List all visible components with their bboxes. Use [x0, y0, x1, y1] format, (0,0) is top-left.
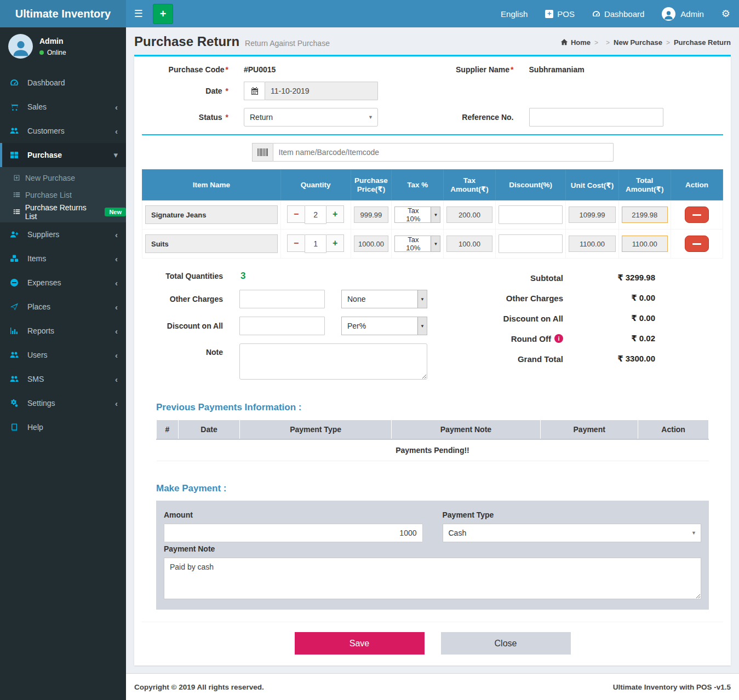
submenu-item-purchase-returns-list[interactable]: Purchase Returns List New [0, 203, 126, 220]
user-menu[interactable]: Admin [653, 0, 713, 27]
status-label: Status * [147, 113, 235, 122]
quick-add-button[interactable]: + [153, 4, 173, 24]
payment-note-textarea[interactable]: Paid by cash [164, 558, 701, 599]
chevron-left-icon: ‹ [115, 127, 118, 136]
discount-input[interactable] [499, 205, 563, 224]
other-charges-input[interactable] [239, 290, 325, 308]
sidebar-item-places[interactable]: Places ‹ [0, 295, 126, 319]
submenu-item-purchase-list[interactable]: Purchase List [0, 186, 126, 203]
tax-select[interactable]: Tax 10% ▼ [394, 236, 440, 252]
purchase-return-panel: Purchase Code* #PU0015 Supplier Name* Su… [134, 55, 731, 665]
other-charges-label: Other Charges [148, 295, 231, 303]
breadcrumb-home[interactable]: Home [571, 38, 591, 47]
supplier-name-label: Supplier Name* [433, 65, 520, 74]
other-charges-type-select[interactable]: None ▼ [341, 290, 427, 308]
sidebar-user-status: Online [39, 49, 66, 56]
gears-icon: ⚙ [721, 8, 730, 19]
save-button[interactable]: Save [295, 632, 425, 655]
col-payment-note: Payment Note [391, 420, 540, 440]
bar-chart-icon [10, 326, 24, 335]
col-purchase-price: Purchase Price(₹) [351, 170, 392, 200]
plus-square-icon: + [545, 10, 553, 18]
sidebar-item-purchase[interactable]: Purchase ▾ [0, 143, 126, 167]
app-logo[interactable]: Ultimate Inventory [0, 0, 126, 27]
qty-increment-button[interactable]: + [326, 205, 344, 223]
version-text: Ultimate Inventory with POS -v1.5 [613, 683, 731, 691]
sidebar-item-suppliers[interactable]: Suppliers ‹ [0, 222, 126, 246]
sidebar-item-reports[interactable]: Reports ‹ [0, 319, 126, 343]
round-off-info-icon[interactable]: i [554, 334, 563, 343]
dashboard-link[interactable]: Dashboard [583, 0, 653, 27]
pos-link[interactable]: + POS [536, 0, 583, 27]
total-amount-value: 2199.98 [622, 206, 668, 223]
qty-input[interactable] [305, 234, 326, 253]
sidebar-item-settings[interactable]: Settings ‹ [0, 391, 126, 415]
submenu-item-new-purchase[interactable]: New Purchase [0, 169, 126, 186]
chevron-left-icon: ‹ [115, 278, 118, 288]
qty-input[interactable] [305, 205, 326, 224]
sidebar-item-items[interactable]: Items ‹ [0, 246, 126, 271]
person-icon [10, 38, 31, 59]
subtotal-value: ₹ 3299.98 [563, 273, 655, 283]
settings-gears-button[interactable]: ⚙ [713, 8, 739, 20]
previous-payments-heading: Previous Payments Information : [156, 402, 709, 413]
chevron-left-icon: ‹ [115, 326, 118, 336]
list-icon [13, 191, 25, 198]
chevron-left-icon: ‹ [115, 399, 118, 408]
status-select[interactable]: Return ▼ [244, 108, 378, 127]
sidebar-item-users[interactable]: Users ‹ [0, 343, 126, 367]
col-discount: Discount(%) [495, 170, 566, 200]
col-action: Action [671, 170, 723, 200]
item-name-value: Suits [145, 234, 278, 253]
close-button[interactable]: Close [441, 632, 571, 655]
remove-item-button[interactable] [685, 236, 709, 252]
select-arrow-icon: ▼ [368, 114, 373, 120]
totals-right-section: Subtotal ₹ 3299.98 Other Charges ₹ 0.00 … [449, 271, 655, 388]
book-icon [10, 423, 24, 432]
col-quantity: Quantity [280, 170, 351, 200]
chevron-left-icon: ‹ [115, 254, 118, 263]
select-arrow-icon: ▼ [417, 290, 427, 308]
plus-icon: + [160, 8, 167, 20]
remove-item-button[interactable] [685, 206, 709, 223]
sidebar-item-help[interactable]: Help [0, 415, 126, 439]
col-total-amount: Total Amount(₹) [618, 170, 671, 200]
breadcrumb-new-purchase[interactable]: New Purchase [602, 38, 662, 47]
top-navbar: ☰ + English + POS Dashboard Admin [126, 0, 739, 27]
page-footer: Copyright © 2019 All rights reserved. Ul… [126, 673, 739, 700]
note-textarea[interactable] [239, 343, 427, 380]
amount-input[interactable] [164, 524, 423, 542]
sidebar-item-customers[interactable]: Customers ‹ [0, 119, 126, 143]
items-table-header-row: Item Name Quantity Purchase Price(₹) Tax… [142, 170, 723, 200]
tax-select[interactable]: Tax 10% ▼ [394, 206, 440, 223]
col-payment: Payment [541, 420, 638, 440]
gauge-icon [592, 10, 600, 18]
qty-decrement-button[interactable]: − [287, 205, 305, 223]
col-action: Action [638, 420, 709, 440]
sidebar-item-sales[interactable]: Sales ‹ [0, 95, 126, 119]
breadcrumb: Home New Purchase Purchase Return [560, 38, 731, 47]
payment-type-select[interactable]: Cash ▼ [443, 524, 702, 542]
page-title: Purchase Return [134, 34, 239, 49]
sidebar-toggle-button[interactable]: ☰ [126, 0, 151, 27]
qty-decrement-button[interactable]: − [287, 234, 305, 252]
discount-input[interactable] [499, 234, 563, 253]
col-unit-cost: Unit Cost(₹) [566, 170, 618, 200]
sidebar-item-sms[interactable]: SMS ‹ [0, 367, 126, 391]
quantity-stepper: − + [284, 205, 348, 224]
reference-no-input[interactable] [529, 108, 663, 127]
unit-cost-value: 1100.00 [569, 236, 615, 252]
send-icon [10, 302, 24, 311]
date-input[interactable] [265, 82, 378, 100]
qty-increment-button[interactable]: + [326, 234, 344, 252]
sidebar-item-expenses[interactable]: Expenses ‹ [0, 271, 126, 295]
chevron-left-icon: ‹ [115, 375, 118, 384]
language-menu[interactable]: English [492, 0, 536, 27]
item-search-input[interactable] [273, 143, 614, 162]
online-dot-icon [39, 50, 44, 55]
discount-type-select[interactable]: Per% ▼ [341, 317, 427, 335]
payment-note-label: Payment Note [164, 544, 701, 553]
page-subtitle: Return Against Purchase [245, 39, 330, 48]
sidebar-item-dashboard[interactable]: Dashboard [0, 71, 126, 95]
discount-on-all-input[interactable] [239, 317, 325, 335]
